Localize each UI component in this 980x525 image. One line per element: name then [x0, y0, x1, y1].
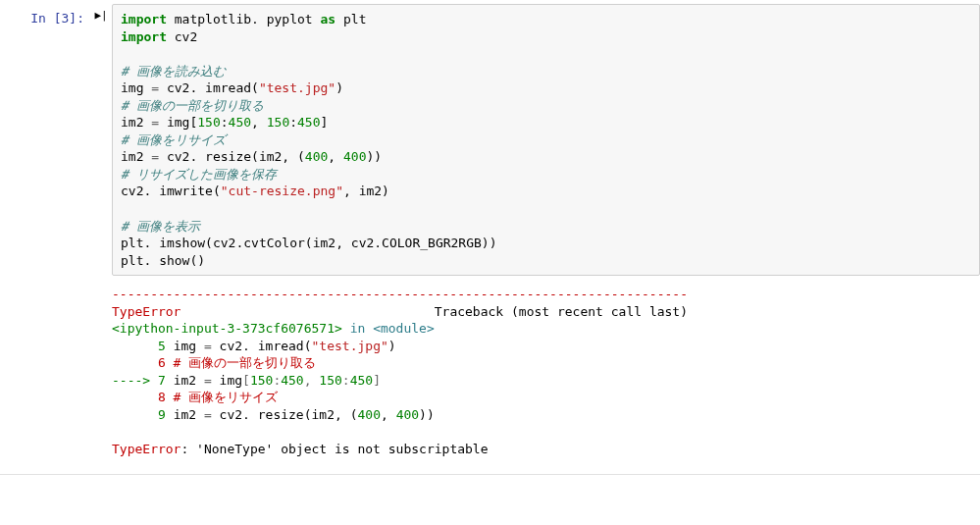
- run-cell-icon[interactable]: ▶|: [90, 4, 112, 458]
- divider: [0, 474, 980, 475]
- cell-content: import matplotlib. pyplot as plt import …: [112, 4, 980, 458]
- cell-prompt: In [3]:: [0, 4, 90, 458]
- cell-output: ----------------------------------------…: [112, 276, 980, 457]
- notebook-cell: In [3]: ▶| import matplotlib. pyplot as …: [0, 4, 980, 458]
- code-input[interactable]: import matplotlib. pyplot as plt import …: [112, 4, 980, 276]
